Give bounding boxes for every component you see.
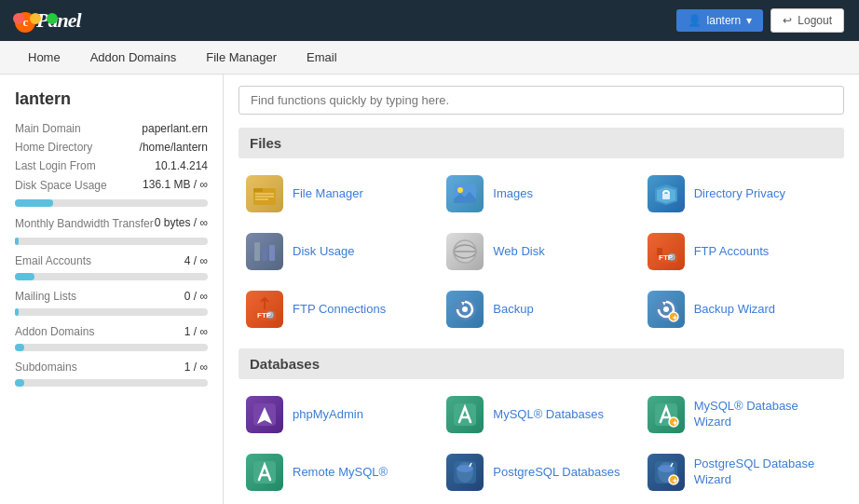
backup-wizard-icon: ✦ [648,291,685,328]
postgresql-wizard-icon: ✦ [648,454,685,491]
nav-file-manager[interactable]: File Manager [193,45,290,70]
svg-point-43 [658,465,675,472]
logout-icon: ↩ [783,14,792,27]
bandwidth-progress-bar [15,238,19,245]
ftp-accounts-item[interactable]: FTP FTP Accounts [644,227,840,276]
backup-icon [446,291,484,328]
sidebar-last-login: Last Login From 10.1.4.214 [15,159,208,172]
web-disk-item[interactable]: Web Disk [443,227,639,276]
user-menu-button[interactable]: 👤 lantern ▾ [676,9,764,32]
email-accounts-value: 4 / ∞ [184,254,208,267]
svg-point-39 [457,465,473,472]
svg-rect-10 [269,245,275,261]
nav-home[interactable]: Home [15,45,74,70]
mailing-lists-label: Mailing Lists [15,290,76,303]
file-manager-item[interactable]: File Manager [242,170,439,218]
content-area: Files File Manager [224,75,859,504]
web-disk-label: Web Disk [493,244,544,260]
disk-space-progress-bar [15,199,53,207]
search-input[interactable] [239,86,844,115]
backup-wizard-item[interactable]: ✦ Backup Wizard [644,285,840,334]
svg-text:✦: ✦ [671,477,677,485]
disk-space-progress [15,199,208,207]
home-dir-label: Home Directory [15,141,92,154]
sidebar-main-domain: Main Domain paperlant.ern [15,122,208,135]
directory-privacy-item[interactable]: Directory Privacy [644,170,840,218]
disk-space-label: Disk Space Usage [15,178,107,194]
bandwidth-value: 0 bytes / ∞ [155,216,208,232]
mysql-databases-icon [446,396,484,433]
file-manager-label: File Manager [293,186,363,202]
mailing-lists-progress [15,308,208,316]
subdomains-value: 1 / ∞ [184,361,208,374]
svg-text:FTP: FTP [659,253,674,262]
directory-privacy-label: Directory Privacy [694,186,785,202]
svg-point-6 [457,187,463,193]
remote-mysql-item[interactable]: Remote MySQL® [242,448,439,497]
phpmyadmin-icon [246,396,283,433]
username-label: lantern [707,14,742,27]
svg-point-26 [462,306,468,312]
backup-label: Backup [493,302,533,318]
postgresql-icon [446,454,484,491]
main-domain-value: paperlant.ern [142,122,208,135]
subdomains-progress-bar [15,379,24,387]
email-accounts-progress-bar [15,273,34,280]
ftp-accounts-label: FTP Accounts [694,244,770,260]
phpmyadmin-item[interactable]: phpMyAdmin [242,390,439,439]
addon-domains-label: Addon Domains [15,325,94,338]
nav-email[interactable]: Email [293,45,350,70]
sidebar: lantern Main Domain paperlant.ern Home D… [0,75,224,504]
mysql-databases-item[interactable]: MySQL® Databases [443,390,639,439]
svg-rect-7 [662,194,670,199]
header-actions: 👤 lantern ▾ ↩ Logout [676,8,844,33]
main-domain-label: Main Domain [15,122,81,135]
postgresql-wizard-item[interactable]: ✦ PostgreSQL Database Wizard [644,448,840,497]
files-section-header: Files [239,128,844,158]
postgresql-item[interactable]: PostgreSQL Databases [443,448,639,497]
backup-wizard-label: Backup Wizard [694,302,775,318]
email-accounts-progress [15,273,208,280]
images-item[interactable]: Images [443,170,639,218]
mysql-databases-label: MySQL® Databases [493,407,604,423]
subdomains-label: Subdomains [15,361,77,374]
web-disk-icon [446,233,484,270]
last-login-value: 10.1.4.214 [155,159,208,172]
ftp-connections-icon: FTP [246,291,283,328]
email-accounts-label: Email Accounts [15,254,91,267]
addon-domains-progress-bar [15,344,24,351]
bandwidth-label: Monthly Bandwidth Transfer [15,216,154,232]
svg-rect-3 [255,196,274,198]
mysql-wizard-item[interactable]: ✦ MySQL® Database Wizard [644,390,840,439]
user-icon: 👤 [688,14,702,27]
subdomains-row: Subdomains 1 / ∞ [15,361,208,374]
mysql-wizard-icon: ✦ [648,396,685,433]
svg-point-28 [663,306,669,312]
sidebar-username: lantern [15,89,208,109]
header: cPanel 👤 lantern ▾ ↩ Logout [0,0,859,41]
close-button[interactable] [13,13,24,24]
logout-button[interactable]: ↩ Logout [770,8,844,33]
disk-usage-label: Disk Usage [293,244,354,260]
disk-space-row: Disk Space Usage 136.1 MB / ∞ [15,178,208,194]
svg-rect-2 [255,193,274,195]
addon-domains-value: 1 / ∞ [184,325,208,338]
backup-item[interactable]: Backup [443,285,639,334]
bandwidth-progress [15,238,208,245]
disk-usage-item[interactable]: Disk Usage [242,227,439,276]
sidebar-home-dir: Home Directory /home/lantern [15,141,208,154]
nav-addon-domains[interactable]: Addon Domains [77,45,190,70]
file-manager-icon [246,175,283,212]
ftp-connections-item[interactable]: FTP FTP Connections [242,285,439,334]
minimize-button[interactable] [30,13,41,24]
svg-text:✦: ✦ [671,419,677,428]
maximize-button[interactable] [47,13,58,24]
svg-rect-9 [262,248,267,261]
addon-domains-row: Addon Domains 1 / ∞ [15,325,208,338]
bandwidth-row: Monthly Bandwidth Transfer 0 bytes / ∞ [15,216,208,232]
mailing-lists-row: Mailing Lists 0 / ∞ [15,290,208,303]
last-login-label: Last Login From [15,159,96,172]
databases-grid: phpMyAdmin MySQL® Databases [239,390,844,497]
email-accounts-row: Email Accounts 4 / ∞ [15,254,208,267]
chevron-down-icon: ▾ [746,14,752,27]
